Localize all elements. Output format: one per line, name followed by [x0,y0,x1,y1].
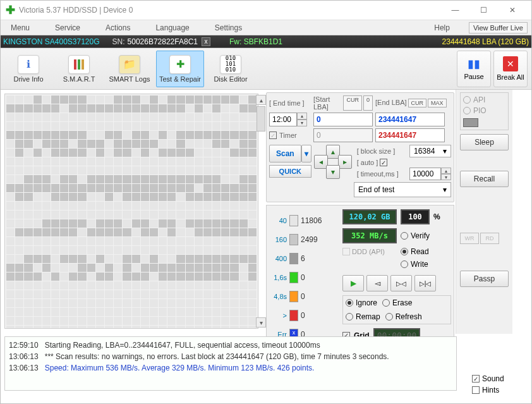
test-repair-button[interactable]: ✚ Test & Repair [156,51,204,87]
menu-language[interactable]: Language [149,21,195,34]
timeout-input[interactable] [409,168,441,180]
menu-service[interactable]: Service [49,21,87,34]
surface-block [203,246,212,254]
surface-block [78,95,86,104]
break-all-button[interactable]: ✕ Break All [493,51,528,87]
log-panel[interactable]: 12:59:10Starting Reading, LBA=0..2344416… [4,336,457,391]
surface-block [105,264,113,272]
auto-checkbox[interactable]: ✓ [380,159,387,166]
surface-block [78,317,86,325]
surface-block [195,317,203,325]
surface-block [176,237,184,245]
passp-button[interactable]: Passp [460,271,509,287]
sleep-button[interactable]: Sleep [460,134,509,150]
scan-button[interactable]: Scan [269,145,301,162]
smart-logs-button[interactable]: 📁 SMART Logs [106,51,154,87]
end-lba-red-input[interactable] [375,128,445,142]
end-cur-button[interactable]: CUR [408,99,427,107]
surface-block [239,308,248,316]
recall-button[interactable]: Recall [460,171,509,187]
surface-block [159,202,167,210]
play-button[interactable]: ▶ [342,275,364,291]
start-0-button[interactable]: 0 [363,95,373,111]
quick-button[interactable]: QUICK [269,165,311,178]
surface-block [123,228,131,236]
maximize-button[interactable]: ☐ [469,1,498,19]
menu-settings[interactable]: Settings [209,21,248,34]
surface-block [159,281,167,290]
surface-block [230,140,238,148]
timer-checkbox[interactable]: ✓ [269,132,277,139]
disk-editor-button[interactable]: 010101010 Disk Editor [207,51,255,87]
surface-block [203,149,212,157]
surface-grid[interactable] [4,94,258,329]
pause-button[interactable]: ▮▮ Pause [457,51,491,87]
smart-button[interactable]: S.M.A.R.T [55,51,103,87]
surface-block [221,113,229,121]
end-max-button[interactable]: MAX [428,99,447,107]
ignore-radio[interactable]: Ignore [346,298,377,307]
surface-block [159,255,167,263]
skip-back-button[interactable]: ▷◁ [390,275,412,291]
surface-scrollbar[interactable]: ▴ ▾ [256,95,266,327]
menu-actions[interactable]: Actions [99,21,136,34]
surface-block [159,211,167,219]
surface-block [221,157,229,166]
surface-block [87,157,95,166]
dir-right-button[interactable]: ▸ [338,155,352,169]
surface-block [221,131,229,139]
close-button[interactable]: ✕ [498,1,526,19]
sound-checkbox[interactable]: ✓Sound [472,374,525,383]
menu-help[interactable]: Help [428,21,456,34]
skip-fwd-button[interactable]: ▷|◁ [414,275,436,291]
refresh-radio[interactable]: Refresh [385,312,422,321]
block-size-select[interactable]: 16384▾ [409,145,451,157]
end-of-test-select[interactable]: End of test▾ [354,182,451,197]
surface-block [123,211,131,219]
end-time-input[interactable] [269,113,297,126]
remap-radio[interactable]: Remap [346,312,380,321]
surface-block [51,255,59,263]
surface-block [15,157,23,166]
time-down-icon[interactable]: ▾ [297,119,307,126]
scroll-thumb[interactable] [257,106,265,132]
minimize-button[interactable]: — [441,1,469,19]
surface-block [6,308,15,316]
surface-block [159,308,167,316]
surface-block [132,175,140,183]
surface-block [60,264,68,272]
menu-menu[interactable]: Menu [4,21,36,34]
scroll-down-icon[interactable]: ▾ [256,317,266,327]
dir-down-button[interactable]: ▾ [326,165,340,179]
surface-block [33,326,42,329]
clear-sn-icon[interactable]: x [202,37,210,46]
surface-block [51,113,59,121]
surface-block [203,175,212,183]
erase-radio[interactable]: Erase [382,298,412,307]
end-lba-input[interactable] [375,113,445,126]
start-lba-input[interactable] [313,113,373,126]
api-radio[interactable]: API [463,95,505,104]
ddd-checkbox[interactable] [342,248,350,255]
read-radio[interactable]: Read [401,247,429,256]
verify-radio[interactable]: Verify [401,231,430,240]
surface-block [24,246,32,254]
step-back-button[interactable]: ◅ [366,275,388,291]
surface-block [141,175,149,183]
surface-block [60,113,68,121]
surface-block [132,317,140,325]
view-buffer-button[interactable]: View Buffer Live [469,22,528,34]
surface-block [60,166,68,174]
surface-block [60,149,68,157]
pio-radio[interactable]: PIO [463,106,505,115]
write-radio[interactable]: Write [401,260,428,269]
drive-info-button[interactable]: ℹ Drive Info [4,51,52,87]
surface-block [132,140,140,148]
time-up-icon[interactable]: ▴ [297,113,307,119]
scan-dropdown-button[interactable]: ▾ [301,145,311,162]
scroll-up-icon[interactable]: ▴ [256,95,266,105]
surface-block [132,290,140,298]
start-cur-button[interactable]: CUR [343,95,362,111]
surface-block [212,264,221,272]
hints-checkbox[interactable]: Hints [472,386,525,395]
